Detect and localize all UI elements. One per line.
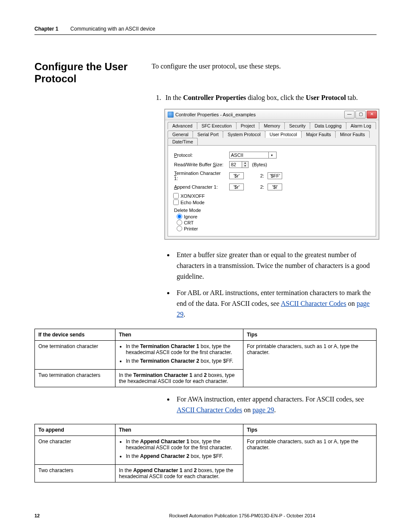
t1-h3: Tips [243, 329, 377, 340]
tab-security[interactable]: Security [284, 122, 310, 129]
section-intro: To configure the user protocol, use thes… [152, 61, 281, 70]
app-icon [168, 112, 174, 118]
t1-r2c2: In the Termination Character 1 and 2 box… [115, 369, 243, 387]
xon-xoff-checkbox[interactable]: XON/XOFF [173, 193, 370, 199]
step-list: In the Controller Properties dialog box,… [152, 93, 377, 103]
tab-system-protocol[interactable]: System Protocol [223, 131, 265, 138]
controller-properties-dialog: Controller Properties - Ascii_examples —… [165, 109, 379, 240]
tab-general[interactable]: General [168, 131, 193, 138]
tab-sfc-execution[interactable]: SFC Execution [197, 122, 237, 129]
page-29-link-2[interactable]: page 29 [252, 406, 274, 414]
t1-h2: Then [115, 329, 243, 340]
bullet-list-2: For AWA instruction, enter append charac… [165, 394, 377, 416]
delete-mode-label: Delete Mode [174, 208, 370, 213]
append-char-2-input[interactable]: '$l' [268, 184, 282, 190]
t2-r1c2: In the Append Character 1 box, type the … [115, 436, 243, 465]
t2-r2c2: In the Append Character 1 and 2 boxes, t… [115, 465, 243, 482]
protocol-select[interactable]: ASCII ▾ [229, 152, 277, 159]
ascii-codes-link[interactable]: ASCII Character Codes [281, 300, 346, 307]
tab-memory[interactable]: Memory [259, 122, 285, 129]
append-char-1-input[interactable]: '$r' [229, 184, 244, 190]
protocol-label: Protocol: [174, 152, 226, 158]
buffer-size-input[interactable]: 82 ▲▼ [229, 161, 249, 168]
termination-char-2-input[interactable]: '$FF' [268, 172, 282, 179]
term1-label: Termination Character 1: [174, 171, 226, 181]
bullet-buffer-size: Enter a buffer size greater than or equa… [174, 250, 377, 282]
t1-tips: For printable characters, such as 1 or A… [243, 340, 377, 387]
tab-minor-faults[interactable]: Minor Faults [335, 131, 370, 138]
buffer-label: Read/Write Buffer Size: [174, 162, 226, 167]
tab-advanced[interactable]: Advanced [168, 122, 197, 129]
t2-r1c1: One character [35, 436, 115, 465]
tab-alarm-log[interactable]: Alarm Log [346, 122, 376, 129]
tab-project[interactable]: Project [236, 122, 260, 129]
maximize-button[interactable]: ▢ [355, 111, 366, 118]
close-button[interactable]: ✕ [367, 111, 377, 118]
spinner-icon[interactable]: ▲▼ [242, 161, 249, 168]
bullet-list-1: Enter a buffer size greater than or equa… [165, 250, 377, 320]
append1-label: Append Character 1: [174, 184, 226, 190]
dialog-title: Controller Properties - Ascii_examples [175, 112, 255, 117]
t1-r1c1: One termination character [35, 340, 115, 369]
t2-tips: For printable characters, such as 1 or A… [243, 436, 377, 482]
section-heading: Configure the User Protocol [34, 61, 143, 85]
append2-label: 2: [260, 184, 264, 190]
user-protocol-pane: Protocol: ASCII ▾ Read/Write Buffer Size… [168, 145, 376, 236]
t2-h1: To append [35, 424, 115, 436]
buffer-unit: (Bytes) [252, 162, 267, 167]
tab-serial-port[interactable]: Serial Port [193, 131, 223, 138]
termination-char-1-input[interactable]: '$r' [229, 172, 244, 179]
append-table: To append Then Tips One character In the… [34, 424, 377, 482]
delete-mode-ignore[interactable]: Ignore [177, 214, 370, 219]
t1-r1c2: In the Termination Character 1 box, type… [115, 340, 243, 369]
t2-r2c1: Two characters [35, 465, 115, 482]
bullet-termination: For ABL or ARL instructions, enter termi… [174, 288, 377, 320]
dialog-titlebar: Controller Properties - Ascii_examples —… [165, 109, 379, 120]
tab-data-logging[interactable]: Data Logging [310, 122, 346, 129]
chevron-down-icon: ▾ [268, 152, 275, 158]
t2-h2: Then [115, 424, 243, 436]
chapter-label: Chapter 1 [34, 26, 58, 32]
t1-h1: If the device sends [35, 329, 115, 340]
ascii-codes-link-2[interactable]: ASCII Character Codes [177, 406, 242, 414]
page-number: 12 [34, 513, 108, 518]
step-1: In the Controller Properties dialog box,… [163, 93, 377, 103]
tab-user-protocol[interactable]: User Protocol [265, 131, 302, 138]
t1-r2c1: Two termination characters [35, 369, 115, 387]
delete-mode-printer[interactable]: Printer [177, 226, 370, 231]
minimize-button[interactable]: — [344, 111, 355, 118]
t2-h3: Tips [243, 424, 377, 436]
delete-mode-crt[interactable]: CRT [177, 220, 370, 225]
publication-info: Rockwell Automation Publication 1756-PM0… [108, 513, 377, 518]
tab-date-time[interactable]: Date/Time [168, 138, 198, 145]
echo-mode-checkbox[interactable]: Echo Mode [173, 199, 370, 205]
term2-label: 2: [260, 173, 264, 178]
bullet-append: For AWA instruction, enter append charac… [174, 394, 377, 416]
running-header: Chapter 1 Communicating with an ASCII de… [34, 26, 377, 35]
termination-table: If the device sends Then Tips One termin… [34, 329, 377, 387]
page-footer: 12 Rockwell Automation Publication 1756-… [34, 513, 377, 518]
tab-major-faults[interactable]: Major Faults [301, 131, 336, 138]
chapter-title: Communicating with an ASCII device [70, 26, 155, 32]
